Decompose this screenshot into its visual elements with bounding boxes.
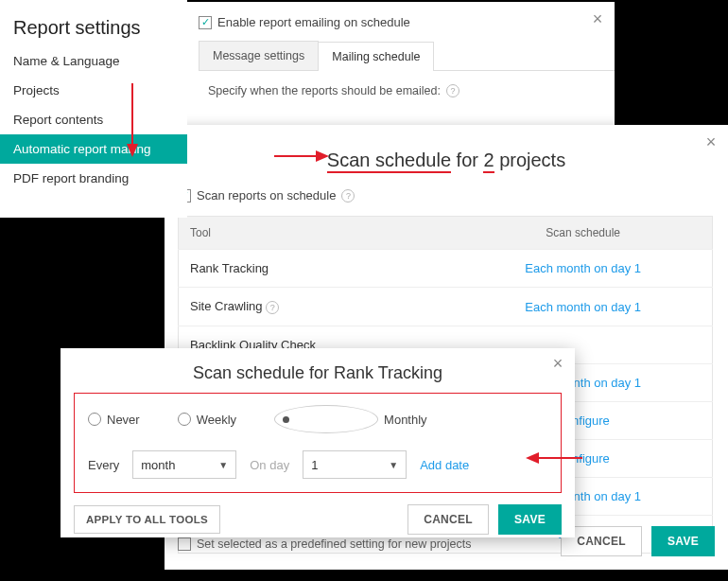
- enable-emailing-label: Enable report emailing on schedule: [217, 15, 410, 29]
- sidebar-item-projects[interactable]: Projects: [0, 76, 187, 105]
- unit-value: month: [141, 458, 175, 472]
- schedule-link[interactable]: Each month on day 1: [525, 300, 641, 314]
- radio-label: Monthly: [384, 413, 427, 427]
- specify-line: Specify when the reports should be email…: [189, 71, 615, 111]
- col-schedule: Scan schedule: [454, 217, 712, 250]
- close-icon[interactable]: ×: [588, 9, 607, 28]
- save-button[interactable]: SAVE: [651, 526, 715, 556]
- scan-on-schedule-row: ✓ Scan reports on schedule ?: [178, 188, 715, 210]
- highlighted-options-box: Never Weekly Monthly Every month ▼ On da…: [74, 393, 562, 493]
- popover-title: Scan schedule for Rank Tracking: [61, 348, 575, 393]
- radio-weekly[interactable]: Weekly: [178, 413, 236, 427]
- every-label: Every: [88, 458, 119, 472]
- title-scan-schedule: Scan schedule: [327, 150, 451, 173]
- help-icon[interactable]: ?: [266, 301, 279, 314]
- day-value: 1: [311, 458, 318, 472]
- title-for: for: [451, 150, 483, 170]
- unit-select[interactable]: month ▼: [132, 450, 236, 479]
- apply-to-all-button[interactable]: APPLY TO ALL TOOLS: [74, 505, 220, 534]
- every-row: Every month ▼ On day 1 ▼ Add date: [88, 450, 547, 479]
- radio-monthly[interactable]: Monthly: [274, 405, 427, 433]
- scan-on-schedule-label: Scan reports on schedule: [197, 188, 336, 202]
- specify-text: Specify when the reports should be email…: [208, 84, 441, 97]
- tab-mailing-schedule[interactable]: Mailing schedule: [319, 42, 434, 71]
- tab-message-settings[interactable]: Message settings: [199, 41, 319, 70]
- enable-emailing-row: ✓ Enable report emailing on schedule: [189, 2, 615, 41]
- table-row: Site Crawling ? Each month on day 1: [179, 288, 713, 326]
- cell-tool: Site Crawling ?: [179, 288, 455, 326]
- sidebar-item-auto-mailing[interactable]: Automatic report mailing: [0, 134, 187, 164]
- add-date-link[interactable]: Add date: [420, 458, 469, 472]
- schedule-link[interactable]: Each month on day 1: [525, 261, 641, 275]
- scan-schedule-title: Scan schedule for 2 projects: [165, 125, 728, 188]
- report-sidebar: Report settings Name & Language Projects…: [0, 0, 187, 218]
- report-right-pane: × ✓ Enable report emailing on schedule M…: [189, 2, 615, 144]
- col-tool: Tool: [179, 217, 455, 250]
- title-count: 2: [483, 150, 494, 173]
- predefined-label: Set selected as a predefined setting for…: [197, 537, 471, 551]
- report-tabs: Message settings Mailing schedule: [199, 41, 615, 71]
- predefined-checkbox[interactable]: ✓: [178, 537, 191, 551]
- predefined-row: ✓ Set selected as a predefined setting f…: [178, 537, 471, 551]
- chevron-down-icon: ▼: [389, 460, 398, 470]
- radio-icon: [88, 413, 101, 426]
- close-icon[interactable]: ×: [702, 132, 720, 151]
- enable-emailing-checkbox[interactable]: ✓: [199, 16, 212, 29]
- sidebar-item-name-language[interactable]: Name & Language: [0, 46, 187, 76]
- cell-tool: Rank Tracking: [179, 250, 455, 288]
- page-title: Report settings: [0, 0, 187, 46]
- onday-label: On day: [250, 458, 289, 472]
- cancel-button[interactable]: CANCEL: [407, 504, 489, 535]
- help-icon[interactable]: ?: [446, 84, 459, 97]
- save-button[interactable]: SAVE: [498, 504, 562, 535]
- sidebar-item-pdf-branding[interactable]: PDF report branding: [0, 164, 187, 193]
- radio-icon: [274, 405, 378, 433]
- chevron-down-icon: ▼: [218, 460, 228, 470]
- sidebar-item-contents[interactable]: Report contents: [0, 105, 187, 134]
- close-icon[interactable]: ×: [548, 354, 567, 373]
- radio-never[interactable]: Never: [88, 413, 140, 427]
- radio-label: Never: [107, 413, 140, 427]
- rank-tracking-popover: × Scan schedule for Rank Tracking Never …: [61, 348, 575, 537]
- radio-label: Weekly: [197, 413, 236, 427]
- title-projects: projects: [494, 150, 566, 170]
- radio-icon: [178, 413, 191, 426]
- table-row: Rank Tracking Each month on day 1: [179, 250, 713, 288]
- help-icon[interactable]: ?: [341, 189, 355, 202]
- frequency-radio-group: Never Weekly Monthly: [88, 405, 547, 433]
- day-select[interactable]: 1 ▼: [303, 450, 407, 479]
